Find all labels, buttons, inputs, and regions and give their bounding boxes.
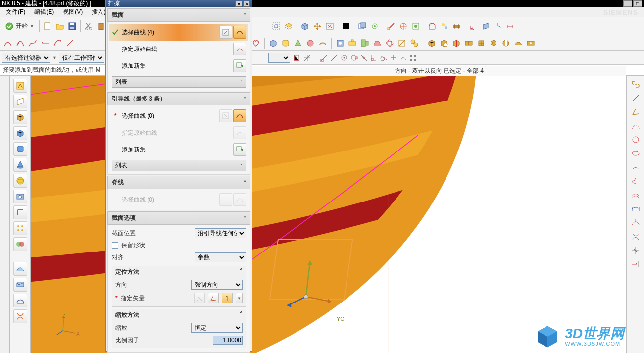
- snap-tangent-icon[interactable]: [380, 54, 388, 62]
- trim-icon[interactable]: [630, 245, 642, 256]
- cut-icon[interactable]: [83, 20, 95, 32]
- helix-icon[interactable]: [630, 176, 642, 187]
- spline-icon[interactable]: [630, 120, 642, 131]
- menu-view[interactable]: 视图(V): [59, 7, 87, 17]
- minimize-button[interactable]: _: [623, 0, 632, 7]
- offset-icon[interactable]: [630, 190, 642, 201]
- add-set-button[interactable]: [233, 59, 246, 72]
- plane-icon[interactable]: [480, 20, 492, 32]
- snap-quadrant-icon[interactable]: [350, 54, 358, 62]
- arc-icon[interactable]: [630, 162, 642, 173]
- feature-1-icon[interactable]: [334, 37, 346, 49]
- cone-icon[interactable]: [13, 158, 27, 172]
- guide-add-button[interactable]: [233, 143, 246, 156]
- section-position-dropdown[interactable]: 沿引导线任何位: [195, 228, 246, 238]
- layer-icon[interactable]: [283, 20, 295, 32]
- new-icon[interactable]: [42, 20, 53, 32]
- bool-8-icon[interactable]: [512, 37, 524, 49]
- add-new-set-row[interactable]: 添加新集: [112, 57, 246, 74]
- specify-orig-curve-row[interactable]: 指定原始曲线: [112, 41, 246, 57]
- feature-5-icon[interactable]: [384, 37, 396, 49]
- curve-tool-3-icon[interactable]: [27, 37, 39, 49]
- orig-curve-button[interactable]: [233, 43, 246, 55]
- extend-icon[interactable]: [630, 259, 642, 270]
- select-curve-4-row[interactable]: 选择曲线 (4): [109, 24, 248, 41]
- bool-1-icon[interactable]: [426, 37, 438, 49]
- scale-factor-input[interactable]: [213, 336, 243, 345]
- snap-nearest-icon[interactable]: [399, 54, 407, 62]
- bool-5-icon[interactable]: [475, 37, 487, 49]
- snap-intersection-icon[interactable]: [360, 54, 368, 62]
- select-curve-icon-button[interactable]: [233, 26, 246, 39]
- section-list-dropdown[interactable]: 列表˅: [112, 76, 246, 88]
- edge-blend-icon[interactable]: [13, 205, 27, 219]
- solid-5-icon[interactable]: [317, 37, 329, 49]
- dim-icon[interactable]: [504, 20, 516, 32]
- line-icon[interactable]: [630, 93, 642, 103]
- datum-icon[interactable]: [13, 95, 27, 108]
- tool-c-icon[interactable]: [410, 20, 422, 32]
- guide-list-dropdown[interactable]: 列表˅: [112, 160, 246, 171]
- direction-dropdown[interactable]: 强制方向: [191, 280, 243, 290]
- feature-2-icon[interactable]: [347, 37, 358, 49]
- feature-4-icon[interactable]: [371, 37, 383, 49]
- surface-1-icon[interactable]: [13, 262, 27, 276]
- boolean-icon[interactable]: [13, 237, 27, 251]
- vis-icon[interactable]: [369, 20, 381, 32]
- vector-pick-button[interactable]: [222, 293, 233, 303]
- curve-tool-5-icon[interactable]: [51, 37, 63, 49]
- dialog-collapse-button[interactable]: ▾: [235, 1, 242, 7]
- xyz-icon[interactable]: [492, 20, 504, 32]
- guide-select-button[interactable]: [233, 109, 246, 122]
- color-icon[interactable]: [340, 20, 352, 32]
- start-button[interactable]: 开始 ▼: [2, 21, 37, 32]
- bool-6-icon[interactable]: [488, 37, 499, 49]
- snap-midpoint-icon[interactable]: [330, 54, 338, 62]
- curve-tool-1-icon[interactable]: [2, 37, 14, 49]
- layers-tool-icon[interactable]: [356, 20, 368, 32]
- vector-axis-button[interactable]: [208, 293, 219, 303]
- ellipse-icon[interactable]: [630, 148, 642, 159]
- feature-6-icon[interactable]: [396, 37, 408, 49]
- tool-d-icon[interactable]: [426, 20, 438, 32]
- solid-4-icon[interactable]: [304, 37, 316, 49]
- guide-select-curve-row[interactable]: * 选择曲线 (0): [112, 107, 246, 124]
- pattern-icon[interactable]: [13, 221, 27, 235]
- section-guides-header[interactable]: 引导线（最多 3 条）˄: [107, 92, 250, 105]
- surface-4-icon[interactable]: [13, 309, 27, 323]
- feature-3-icon[interactable]: [359, 37, 371, 49]
- vector-menu-button[interactable]: ▼: [236, 293, 243, 303]
- snap-grid-icon[interactable]: [409, 54, 417, 62]
- snap-endpoint-icon[interactable]: [320, 54, 328, 62]
- section-spine-header[interactable]: 脊线˄: [107, 176, 250, 189]
- curve-tool-4-icon[interactable]: [39, 37, 51, 49]
- section-options-header[interactable]: 截面选项˄: [107, 211, 250, 225]
- save-icon[interactable]: [66, 20, 78, 32]
- revolve-icon[interactable]: [13, 142, 27, 156]
- solid-2-icon[interactable]: [280, 37, 292, 49]
- selection-mode-dropdown[interactable]: [268, 53, 290, 63]
- tool-b-icon[interactable]: [397, 20, 409, 32]
- snap-plus-icon[interactable]: [390, 54, 397, 62]
- guide-opts-button[interactable]: [219, 109, 232, 122]
- curve-tool-6-icon[interactable]: [64, 37, 76, 49]
- open-icon[interactable]: [54, 20, 66, 32]
- tool-a-icon[interactable]: [324, 20, 336, 32]
- bool-7-icon[interactable]: [500, 37, 512, 49]
- vector-opts-button[interactable]: [194, 293, 205, 303]
- snap-1-icon[interactable]: [292, 53, 301, 62]
- bool-4-icon[interactable]: [463, 37, 475, 49]
- snap-2-icon[interactable]: [303, 53, 312, 62]
- feature-7-icon[interactable]: [408, 37, 420, 49]
- solid-1-icon[interactable]: [267, 37, 279, 49]
- menu-edit[interactable]: 编辑(E): [30, 7, 58, 17]
- link-icon[interactable]: [630, 79, 642, 90]
- csys-icon[interactable]: [467, 20, 479, 32]
- bool-3-icon[interactable]: [450, 37, 462, 49]
- snap-center-icon[interactable]: [340, 54, 348, 62]
- scope-filter-dropdown[interactable]: 仅在工作部件内: [59, 53, 104, 63]
- bool-9-icon[interactable]: [525, 37, 537, 49]
- select-curve-opts-button[interactable]: [219, 26, 232, 39]
- sketch-icon[interactable]: [13, 79, 27, 93]
- tool-e-icon[interactable]: [439, 20, 450, 32]
